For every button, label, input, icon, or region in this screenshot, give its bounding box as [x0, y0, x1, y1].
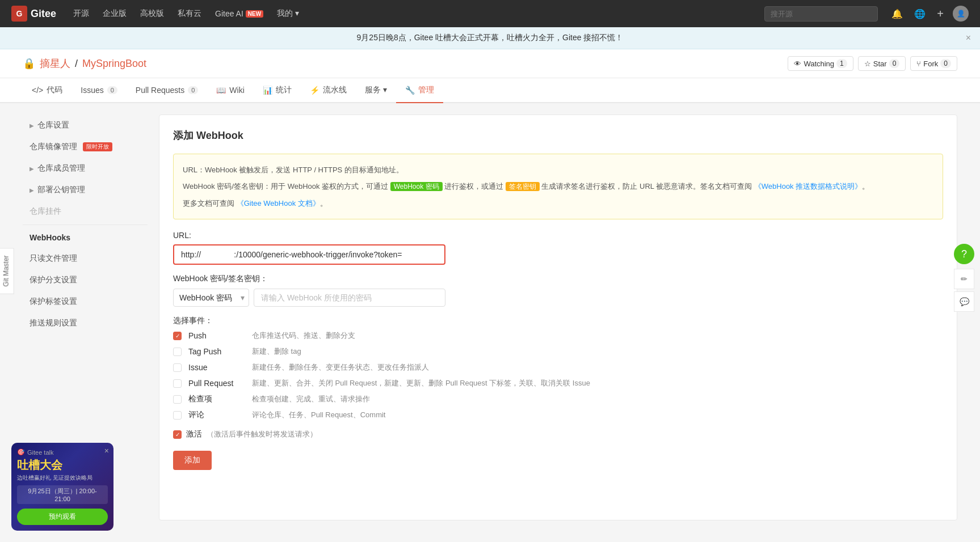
tab-pipeline[interactable]: ⚡ 流水线 — [301, 78, 356, 103]
sidebar-item-readonly[interactable]: 只读文件管理 — [23, 248, 148, 269]
arrow-icon-3: ▶ — [30, 187, 34, 193]
edit-float-button[interactable]: ✏ — [954, 269, 974, 289]
edit-icon: ✏ — [961, 274, 968, 283]
secret-input[interactable] — [254, 289, 445, 307]
arrow-icon-2: ▶ — [30, 166, 34, 172]
promo-close[interactable]: × — [104, 446, 109, 455]
sidebar-item-deploy-key[interactable]: ▶ 部署公钥管理 — [23, 179, 148, 201]
pr-badge: 0 — [188, 86, 198, 94]
tab-pull-requests[interactable]: Pull Requests 0 — [127, 78, 208, 103]
repo-title: 🔒 摘星人 / MySpringBoot — [23, 57, 146, 70]
signature-tag: 签名密钥 — [506, 182, 540, 191]
tag-push-checkbox[interactable] — [173, 348, 182, 356]
repo-owner-link[interactable]: 摘星人 — [40, 57, 70, 70]
app-logo[interactable]: G Gitee — [11, 6, 56, 22]
tab-stats[interactable]: 📊 统计 — [254, 78, 301, 103]
url-input[interactable] — [181, 250, 438, 259]
nav-private-cloud[interactable]: 私有云 — [172, 5, 207, 22]
issue-desc: 新建任务、删除任务、变更任务状态、更改任务指派人 — [252, 362, 429, 372]
push-label: Push — [188, 331, 245, 340]
nav-education[interactable]: 高校版 — [134, 5, 170, 22]
check-label: 检查项 — [188, 394, 245, 404]
tab-wiki[interactable]: 📖 Wiki — [207, 78, 253, 103]
star-count: 0 — [889, 59, 900, 68]
sidebar-item-protected-branches[interactable]: 保护分支设置 — [23, 269, 148, 291]
pr-checkbox[interactable] — [173, 379, 182, 388]
tag-push-desc: 新建、删除 tag — [252, 346, 301, 357]
tab-manage[interactable]: 🔧 管理 — [396, 78, 443, 103]
chat-icon: 💬 — [960, 297, 969, 306]
right-panel: 添加 WebHook URL：WebHook 被触发后，发送 HTTP / HT… — [159, 115, 957, 520]
secret-type-select[interactable]: WebHook 密码 签名密钥 — [173, 289, 249, 307]
issues-badge: 0 — [107, 86, 117, 94]
info-line-3: 更多文档可查阅 《Gitee WebHook 文档》。 — [183, 197, 933, 210]
tab-issues[interactable]: Issues 0 — [71, 78, 127, 103]
doc-link[interactable]: 《Gitee WebHook 文档》 — [237, 199, 320, 208]
sidebar-item-protected-tags[interactable]: 保护标签设置 — [23, 291, 148, 312]
event-row-check: 检查项 检查项创建、完成、重试、请求操作 — [173, 394, 943, 404]
repo-actions: 👁 Watching 1 ☆ Star 0 ⑂ Fork 0 — [788, 56, 957, 71]
search-input[interactable] — [764, 6, 878, 22]
sidebar-item-repo-settings[interactable]: ▶ 仓库设置 — [23, 115, 148, 136]
manage-icon: 🔧 — [405, 86, 415, 95]
nav-links: 开源 企业版 高校版 私有云 Gitee AI NEW 我的 ▾ — [68, 5, 753, 22]
comment-checkbox[interactable] — [173, 411, 182, 420]
lock-icon: 🔒 — [23, 57, 35, 70]
events-label: 选择事件： — [173, 316, 943, 326]
secret-label: WebHook 密码/签名密钥： — [173, 274, 943, 284]
sidebar-item-push-rules[interactable]: 推送规则设置 — [23, 312, 148, 334]
push-checkbox[interactable]: ✓ — [173, 332, 182, 340]
tab-services[interactable]: 服务 ▾ — [356, 78, 396, 103]
event-row-comment: 评论 评论仓库、任务、Pull Request、Commit — [173, 410, 943, 420]
sidebar-item-mirror[interactable]: 仓库镜像管理 限时开放 — [23, 136, 148, 158]
repo-header: 🔒 摘星人 / MySpringBoot 👁 Watching 1 ☆ Star… — [0, 49, 980, 78]
activate-checkbox[interactable]: ✓ — [173, 430, 182, 439]
issue-checkbox[interactable] — [173, 363, 182, 372]
fork-icon: ⑂ — [916, 60, 921, 68]
pr-desc: 新建、更新、合并、关闭 Pull Request，新建、更新、删除 Pull R… — [252, 378, 590, 388]
help-button[interactable]: ? — [954, 244, 974, 264]
events-section: 选择事件： ✓ Push 仓库推送代码、推送、删除分支 Tag Push 新建、… — [173, 316, 943, 420]
nav-opensource[interactable]: 开源 — [68, 5, 95, 22]
nav-my[interactable]: 我的 ▾ — [271, 5, 305, 22]
nav-gitee-ai[interactable]: Gitee AI NEW — [209, 6, 269, 22]
bell-icon[interactable]: 🔔 — [889, 6, 905, 22]
stats-icon: 📊 — [263, 86, 272, 95]
webhook-password-tag: WebHook 密码 — [390, 182, 443, 191]
event-row-tag-push: Tag Push 新建、删除 tag — [173, 346, 943, 357]
url-label: URL: — [173, 231, 943, 240]
mirror-badge: 限时开放 — [83, 142, 112, 151]
sidebar-item-members[interactable]: ▶ 仓库成员管理 — [23, 158, 148, 179]
plus-icon[interactable]: + — [935, 5, 946, 23]
panel-title: 添加 WebHook — [173, 129, 943, 142]
repo-name-link[interactable]: MySpringBoot — [82, 58, 146, 70]
check-desc: 检查项创建、完成、重试、请求操作 — [252, 394, 370, 404]
watch-button[interactable]: 👁 Watching 1 — [788, 56, 853, 71]
url-input-wrapper — [173, 244, 445, 265]
avatar[interactable]: 👤 — [953, 6, 969, 22]
tab-code[interactable]: </> 代码 — [23, 78, 71, 103]
git-master-tab[interactable]: Git Master — [0, 248, 14, 294]
check-checkbox[interactable] — [173, 395, 182, 404]
fork-button[interactable]: ⑂ Fork 0 — [910, 56, 957, 71]
chat-float-button[interactable]: 💬 — [954, 291, 974, 312]
info-box: URL：WebHook 被触发后，发送 HTTP / HTTPS 的目标通知地址… — [173, 154, 943, 219]
activate-label: 激活 — [186, 429, 202, 439]
activate-row: ✓ 激活 （激活后事件触发时将发送请求） — [173, 429, 943, 439]
globe-icon[interactable]: 🌐 — [912, 6, 928, 22]
announcement-close[interactable]: × — [966, 33, 971, 43]
secret-type-wrapper: WebHook 密码 签名密钥 — [173, 289, 249, 307]
fork-count: 0 — [940, 59, 951, 68]
star-button[interactable]: ☆ Star 0 — [858, 56, 906, 71]
promo-title: 吐槽大会 — [17, 458, 108, 472]
floating-side-panel: ? ✏ 💬 — [954, 244, 974, 312]
promo-banner: × 🎯 Gitee talk 吐槽大会 边吐槽赢好礼 见证提效诀略局 9月25日… — [11, 443, 113, 531]
submit-button[interactable]: 添加 — [173, 451, 212, 470]
events-grid: ✓ Push 仓库推送代码、推送、删除分支 Tag Push 新建、删除 tag… — [173, 331, 943, 420]
promo-cta-button[interactable]: 预约观看 — [17, 509, 108, 525]
sidebar-item-webhooks[interactable]: WebHooks — [23, 227, 148, 248]
star-icon: ☆ — [864, 60, 871, 68]
nav-enterprise[interactable]: 企业版 — [97, 5, 132, 22]
gitee-talk-icon: 🎯 — [17, 448, 25, 456]
signature-doc-link[interactable]: 《WebHook 推送数据格式说明》 — [754, 182, 862, 190]
